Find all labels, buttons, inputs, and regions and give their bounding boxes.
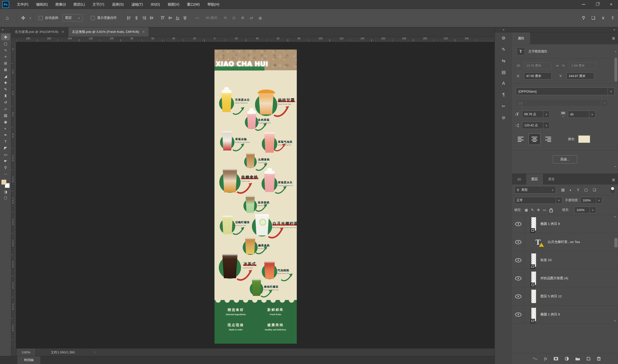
eye-icon[interactable] [515, 276, 521, 280]
layer-visibility-cell[interactable] [512, 215, 525, 233]
distribute-vertical-icon[interactable] [183, 16, 187, 20]
marquee-tool[interactable]: ▢ [1, 40, 10, 47]
panels-collapse-icon[interactable]: » [512, 27, 618, 32]
properties-scrollbar[interactable] [614, 57, 617, 82]
move-tool-icon[interactable]: ✜ [19, 15, 28, 21]
pan-3d-icon[interactable]: ✜ [241, 15, 245, 21]
delete-layer-icon[interactable] [597, 357, 601, 361]
more-options-icon[interactable]: ⋯ [195, 15, 199, 21]
align-top-icon[interactable] [161, 16, 165, 20]
workspace-icon[interactable]: ❏ [592, 15, 595, 21]
blur-tool[interactable]: ◉ [1, 119, 10, 125]
eye-icon[interactable] [515, 222, 521, 226]
layer-visibility-cell[interactable] [512, 306, 525, 324]
magic-wand-tool[interactable]: ✧ [1, 53, 10, 60]
type-tool[interactable]: T [1, 138, 10, 145]
lock-position-icon[interactable]: ✜ [537, 208, 540, 212]
gradient-tool[interactable]: ▨ [1, 112, 10, 119]
menu-item[interactable]: 3D(D) [147, 0, 164, 9]
eraser-tool[interactable]: ▱ [1, 105, 10, 112]
menu-item[interactable]: 选择(S) [108, 0, 128, 9]
filter-smart-objects-icon[interactable]: ❏ [593, 188, 596, 192]
tab-图层[interactable]: 图层 [526, 174, 543, 184]
status-arrow-icon[interactable]: 〉 [94, 351, 97, 355]
scroll-up-icon[interactable]: ⌃ [614, 51, 617, 54]
align-text-center-button[interactable] [528, 133, 541, 145]
healing-brush-tool[interactable]: ✚ [1, 79, 10, 86]
lock-all-icon[interactable] [549, 209, 553, 212]
text-color-swatch[interactable] [578, 135, 590, 143]
scroll-down-icon[interactable]: ⌄ [614, 164, 616, 168]
y-field[interactable]: 244.87 厘米 [566, 72, 594, 79]
layer-thumbnail[interactable] [531, 253, 536, 267]
toolbar-collapse-icon[interactable]: » [0, 27, 11, 33]
home-icon[interactable]: ⌂ [0, 15, 14, 21]
menu-item[interactable]: 滤镜(T) [128, 0, 147, 9]
tracking-dropdown[interactable]: 45 ∨ [568, 111, 595, 118]
roll-3d-icon[interactable]: ⊙ [232, 15, 235, 21]
new-layer-icon[interactable] [587, 357, 591, 361]
foreground-color-swatch[interactable] [1, 180, 6, 184]
timeline-tab[interactable]: 时间轴 [17, 356, 40, 364]
layer-row[interactable]: 对饮品图片抠图 (4) [512, 269, 618, 287]
lock-pixels-icon[interactable]: ✎ [531, 208, 534, 212]
new-group-icon[interactable] [575, 357, 580, 361]
paragraph-panel-icon[interactable]: ¶ [495, 89, 512, 101]
no-symbol-panel-icon[interactable]: ⊘ [495, 112, 512, 123]
menu-item[interactable]: 文字(Y) [89, 0, 108, 9]
layer-thumbnail[interactable] [531, 289, 536, 303]
minimize-button[interactable] [577, 0, 591, 9]
tab-close-icon[interactable]: ✕ [62, 30, 64, 34]
info-panel-icon[interactable]: ▤ [495, 66, 512, 78]
edit-toolbar[interactable]: ⋯ [1, 171, 10, 177]
slide-3d-icon[interactable]: ⇄ [250, 15, 253, 21]
quick-mask-icon[interactable]: ◨ [4, 190, 7, 194]
blend-mode-dropdown[interactable]: 正常 ∨ [515, 197, 562, 204]
character-panel-icon[interactable]: A [495, 78, 512, 89]
frame-tool[interactable]: ⊠ [1, 66, 10, 73]
share-icon[interactable]: ⇪ [611, 15, 615, 21]
layer-row[interactable]: 矩形 10 [512, 251, 618, 269]
font-size-dropdown[interactable]: 69.76 点 ∨ [522, 111, 550, 118]
glyphs-panel-icon[interactable]: ✂ [495, 101, 512, 112]
menu-item[interactable]: 编辑(E) [32, 0, 52, 9]
font-family-dropdown[interactable]: [OPPOSans] ∨ [516, 87, 615, 95]
layer-visibility-cell[interactable] [512, 287, 525, 305]
close-button[interactable]: ✕ [604, 0, 618, 9]
filter-type-layers-icon[interactable]: T [577, 188, 579, 192]
document-tab[interactable]: 右大玻璃.psb @ 3%(CMYK/8)✕ [11, 27, 68, 37]
chevron-down-icon[interactable]: ∨ [602, 15, 605, 21]
menu-item[interactable]: 图层(L) [70, 0, 89, 9]
eye-icon[interactable] [515, 258, 521, 262]
search-icon[interactable]: ⚲ [582, 15, 585, 21]
layer-row[interactable]: T白月光椰柠茶...on Tea [512, 233, 618, 251]
tab-close-icon[interactable]: ✕ [142, 30, 145, 34]
layer-thumbnail[interactable] [531, 308, 536, 322]
eyedropper-tool[interactable]: ◢ [1, 73, 10, 79]
align-left-icon[interactable] [127, 16, 131, 20]
width-field[interactable]: 13.78 厘米 [524, 62, 552, 69]
layer-thumbnail[interactable] [531, 271, 536, 285]
document-tab[interactable]: 左边海报.psb @ 3.81% (Fresh fruits, CMYK/8)✕ [68, 27, 149, 37]
layer-row[interactable]: 椭圆 1 拷贝 9⌃ [512, 215, 618, 233]
panel-menu-icon[interactable]: ≣ [612, 178, 615, 182]
shape-tool[interactable]: ▭ [1, 151, 10, 158]
tab-通道[interactable]: 通道 [543, 174, 560, 184]
menu-item[interactable]: 窗口(W) [183, 0, 204, 9]
brush-settings-panel-icon[interactable]: ✎ [495, 44, 512, 55]
panel-menu-icon[interactable]: ≣ [612, 36, 615, 40]
crop-tool[interactable]: ⊞ [1, 60, 10, 66]
align-right-icon[interactable] [142, 16, 146, 20]
filter-shape-layers-icon[interactable]: ▢ [584, 188, 588, 192]
layer-mask-icon[interactable] [554, 357, 558, 361]
clone-stamp-tool[interactable]: ♜ [1, 92, 10, 99]
layer-visibility-cell[interactable] [512, 269, 525, 287]
height-field[interactable]: 2.86 厘米 [569, 62, 597, 69]
leading-dropdown[interactable]: 120.42 点 ∨ [522, 122, 550, 129]
layer-visibility-cell[interactable] [512, 251, 525, 269]
scroll-up-icon[interactable]: ⌃ [614, 216, 616, 219]
filter-adjustment-layers-icon[interactable]: ◐ [570, 188, 572, 192]
properties-panel-icon[interactable]: ⚙ [495, 32, 512, 44]
font-style-dropdown[interactable]: [ -] ∨ [516, 99, 608, 107]
advanced-button[interactable]: 高级... [553, 155, 577, 164]
